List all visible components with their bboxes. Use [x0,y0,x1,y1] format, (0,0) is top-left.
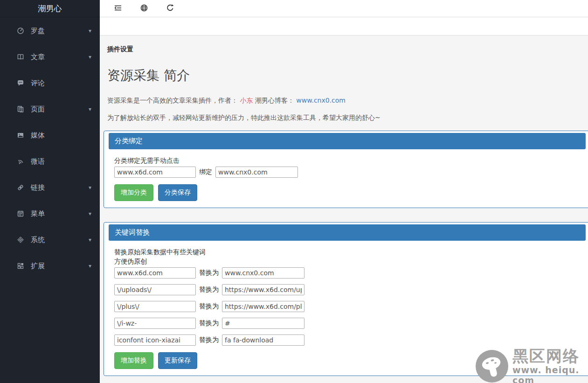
replace-from-input[interactable] [114,267,196,279]
replace-label: 替换为 [199,302,219,311]
panel-heading: 关键词替换 [109,224,586,241]
language-button[interactable] [140,4,148,13]
topbar [100,0,588,17]
sidebar-item-extensions[interactable]: 扩展 ▾ [0,253,100,279]
sidebar-item-label: 链接 [31,183,89,192]
sidebar-toggle-button[interactable] [114,4,122,13]
chevron-down-icon: ▾ [89,28,91,34]
category-source-input[interactable] [114,167,196,178]
chevron-down-icon: ▾ [89,263,91,269]
sidebar-item-comments[interactable]: 评论 [0,70,100,96]
refresh-button[interactable] [166,4,174,13]
sidebar-item-label: 评论 [31,79,91,88]
replace-row: 替换为 [114,318,580,329]
sidebar-item-media[interactable]: 媒体 [0,122,100,148]
chevron-down-icon: ▾ [89,210,91,217]
replace-from-input[interactable] [114,318,196,329]
replace-to-input[interactable] [222,267,304,279]
mushroom-logo-icon [475,349,509,383]
watermark-brand: 黑区网络 [512,348,587,364]
description-line: 为了解放站长的双手，减轻网站更新维护的压力，特此推出这款采集工具，希望大家用的舒… [107,114,588,122]
replace-to-input[interactable] [222,318,304,329]
sidebar-item-articles[interactable]: 文章 ▾ [0,44,100,70]
intro-text: 资源采集是一个高效的文章采集插件，作者： [107,97,238,104]
replace-to-input[interactable] [222,301,304,312]
sidebar-item-label: 媒体 [31,131,91,140]
sidebar-item-microblog[interactable]: 微语 [0,148,100,174]
watermark-url: www. heiqu. com [512,365,587,383]
extension-icon [17,262,24,270]
panel-heading: 分类绑定 [109,133,586,149]
book-icon [17,53,24,61]
comment-icon [17,79,24,87]
sidebar-item-label: 页面 [31,105,89,114]
gear-icon [17,236,24,244]
replace-label: 替换为 [199,319,219,327]
chevron-down-icon: ▾ [89,184,91,191]
intro-line: 资源采集是一个高效的文章采集插件，作者： 小东 潮男心博客： www.cnx0.… [107,97,588,105]
replace-from-input[interactable] [114,301,196,312]
category-hint: 分类绑定无需手动点击 [114,156,580,165]
sidebar-toggle-icon [114,4,122,14]
replace-row: 替换为 [114,267,580,279]
sidebar-item-menu[interactable]: 菜单 ▾ [0,201,100,227]
content-header-band [100,17,588,35]
replace-label: 替换为 [199,286,219,294]
globe-icon [140,4,148,14]
sidebar-item-label: 扩展 [31,262,89,271]
category-bind-row: 绑定 [114,167,580,178]
pages-icon [17,105,24,113]
keyword-hint-line1: 替换原始采集数据中有些关键词 [114,247,580,257]
replace-to-input[interactable] [222,284,304,295]
sidebar-item-system[interactable]: 系统 ▾ [0,227,100,253]
replace-label: 替换为 [199,269,219,277]
add-replace-button[interactable]: 增加替换 [114,352,153,369]
replace-from-input[interactable] [114,334,196,346]
main-content: 插件设置 资源采集 简介 资源采集是一个高效的文章采集插件，作者： 小东 潮男心… [100,36,588,383]
site-title: 潮男心 [0,0,100,17]
link-icon [17,184,24,191]
chevron-down-icon: ▾ [89,54,91,60]
add-category-button[interactable]: 增加分类 [114,184,153,201]
category-target-input[interactable] [215,167,298,178]
replace-from-input[interactable] [114,284,196,295]
watermark: 黑区网络 www. heiqu. com [475,349,587,383]
sidebar-menu: 罗盘 ▾ 文章 ▾ 评论 页面 ▾ 媒体 [0,17,100,279]
save-category-button[interactable]: 分类保存 [158,184,197,201]
author-site-link[interactable]: www.cnx0.com [296,97,346,104]
replace-label: 替换为 [199,336,219,344]
sidebar-item-links[interactable]: 链接 ▾ [0,174,100,201]
chevron-down-icon: ▾ [89,237,91,243]
sidebar-item-label: 微语 [31,157,91,166]
category-buttons: 增加分类 分类保存 [114,184,580,201]
replace-to-input[interactable] [222,334,304,346]
page-title: 资源采集 简介 [107,67,588,84]
bind-label: 绑定 [199,168,212,176]
sidebar-item-label: 文章 [31,53,89,62]
breadcrumb: 插件设置 [107,45,588,54]
watermark-text: 黑区网络 www. heiqu. com [512,348,587,383]
sidebar-item-label: 系统 [31,236,89,244]
calendar-icon [17,210,24,217]
refresh-icon [166,4,174,14]
broadcast-icon [17,158,24,165]
panel-body: 分类绑定无需手动点击 绑定 增加分类 分类保存 [109,149,586,202]
replace-row: 替换为 [114,334,580,346]
sidebar-item-pages[interactable]: 页面 ▾ [0,96,100,122]
media-icon [17,132,24,139]
keyword-hint-line2: 方便伪原创 [114,257,580,266]
sidebar-item-label: 菜单 [31,209,89,218]
replace-row: 替换为 [114,284,580,295]
intro-text-2: 潮男心博客： [255,97,294,104]
gauge-icon [17,27,24,35]
sidebar: 潮男心 罗盘 ▾ 文章 ▾ 评论 页面 ▾ [0,0,100,383]
author-name: 小东 [240,97,253,104]
sidebar-item-compass[interactable]: 罗盘 ▾ [0,18,100,44]
category-bind-panel: 分类绑定 分类绑定无需手动点击 绑定 增加分类 分类保存 [104,131,588,208]
sidebar-item-label: 罗盘 [31,27,89,35]
update-save-button[interactable]: 更新保存 [158,352,197,369]
replace-row: 替换为 [114,301,580,312]
chevron-down-icon: ▾ [89,106,91,112]
